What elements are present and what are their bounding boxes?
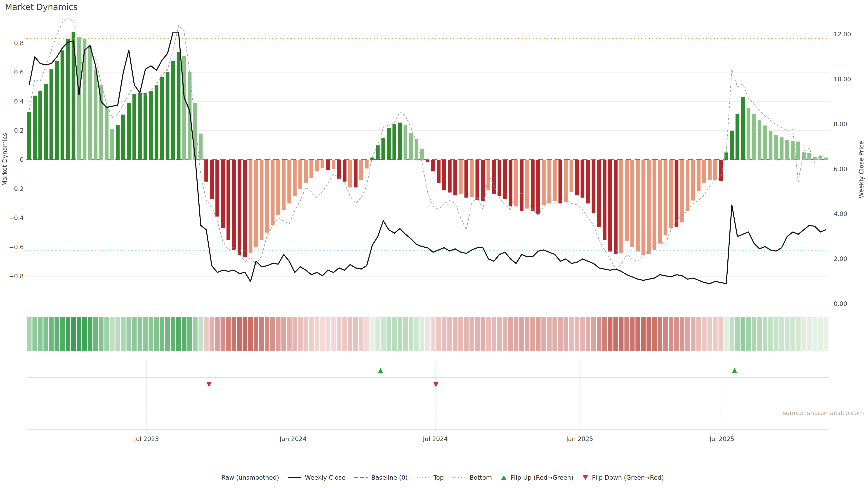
- dynamics-bar: [232, 160, 236, 250]
- dynamics-bar: [221, 160, 225, 228]
- right-axis-tick: 2.00: [834, 255, 847, 262]
- dynamics-bar: [653, 160, 656, 250]
- dynamics-bar: [61, 51, 64, 160]
- bottom-line-swatch-icon: [452, 475, 466, 480]
- heatmap-cell: [636, 317, 640, 351]
- legend-item-flip-up: Flip Up (Red→Green): [500, 474, 574, 481]
- heatmap-cell: [796, 317, 801, 351]
- heatmap-cell: [630, 317, 635, 351]
- heatmap-cell: [597, 317, 601, 351]
- heatmap-cell: [259, 317, 264, 351]
- heatmap-cell: [93, 317, 98, 351]
- heatmap-cell: [779, 317, 784, 351]
- heatmap-cell: [254, 317, 258, 351]
- heatmap-cell: [730, 317, 734, 351]
- dynamics-bar: [542, 160, 546, 205]
- x-axis-tick: Jul 2023: [133, 435, 159, 442]
- heatmap-cell: [691, 317, 695, 351]
- dynamics-bar: [548, 160, 551, 203]
- dynamics-bar: [763, 125, 767, 160]
- dynamics-bar: [254, 160, 258, 247]
- heatmap-cell: [27, 317, 32, 351]
- dynamics-bar: [664, 160, 668, 235]
- dynamics-bar: [282, 160, 286, 210]
- dynamics-bar: [332, 160, 336, 169]
- dynamics-bar: [680, 160, 684, 222]
- heatmap-cell: [381, 317, 385, 351]
- heatmap-cell: [763, 317, 767, 351]
- dynamics-bar: [658, 160, 662, 243]
- heatmap-cell: [331, 317, 336, 351]
- legend-label: Baseline (0): [371, 474, 408, 481]
- dynamics-bar: [149, 91, 153, 160]
- dynamics-bar: [177, 52, 181, 160]
- heatmap-cell: [757, 317, 762, 351]
- dynamics-bar: [414, 139, 418, 160]
- heatmap-cell: [71, 317, 76, 351]
- legend-item-baseline: Baseline (0): [354, 474, 408, 481]
- top-line-swatch-icon: [416, 475, 430, 480]
- flip-down-marker-icon: [206, 382, 212, 387]
- heatmap-cell: [818, 317, 823, 351]
- dynamics-bar: [188, 72, 192, 160]
- dynamics-bar: [807, 153, 811, 160]
- dynamics-bar: [182, 56, 186, 160]
- market-dynamics-chart: 0.80.60.40.20−0.2−0.4−0.6−0.812.0010.008…: [0, 0, 868, 488]
- dynamics-bar: [553, 160, 557, 201]
- heatmap-cell: [420, 317, 425, 351]
- heatmap-cell: [170, 317, 176, 351]
- dynamics-bar: [144, 93, 147, 160]
- dynamics-bar: [597, 160, 601, 227]
- dynamics-bar: [470, 160, 474, 197]
- heatmap-cell: [813, 317, 817, 351]
- heatmap-cell: [398, 317, 402, 351]
- dynamics-bar: [44, 84, 48, 160]
- heatmap-cell: [569, 317, 574, 351]
- heatmap-cell: [503, 317, 507, 351]
- heatmap-cell: [624, 317, 629, 351]
- dynamics-bar: [132, 94, 136, 160]
- dynamics-bar: [55, 61, 59, 160]
- heatmap-cell: [232, 317, 237, 351]
- heatmap-cell: [785, 317, 789, 351]
- right-axis-tick: 10.00: [834, 76, 851, 83]
- heatmap-cell: [414, 317, 419, 351]
- heatmap-cell: [55, 317, 59, 351]
- heatmap-cell: [741, 317, 745, 351]
- heatmap-cell: [137, 317, 142, 351]
- heatmap-cell: [519, 317, 524, 351]
- heatmap-cell: [464, 317, 469, 351]
- heatmap-cell: [724, 317, 729, 351]
- heatmap-cell: [270, 317, 275, 351]
- baseline-swatch-icon: [354, 475, 368, 480]
- dynamics-bar: [249, 160, 252, 253]
- heatmap-cell: [591, 317, 596, 351]
- left-axis-tick: 0.8: [14, 39, 24, 46]
- heatmap-cell: [210, 317, 214, 351]
- left-axis-tick: 0.6: [14, 69, 24, 76]
- heatmap-cell: [541, 317, 546, 351]
- heatmap-cell: [292, 317, 297, 351]
- dynamics-bar: [448, 160, 452, 193]
- heatmap-cell: [43, 317, 48, 351]
- dynamics-bar: [403, 125, 407, 160]
- dynamics-bar: [769, 131, 773, 160]
- dynamics-bar: [475, 160, 479, 200]
- heatmap-cell: [132, 317, 137, 351]
- left-axis-tick: 0.2: [14, 127, 24, 134]
- dynamics-bar: [774, 135, 778, 160]
- dynamics-bar: [298, 160, 302, 189]
- heatmap-cell: [508, 317, 513, 351]
- heatmap-cell: [475, 317, 480, 351]
- dynamics-bar: [138, 93, 142, 160]
- heatmap-cell: [110, 317, 115, 351]
- right-axis-tick: 6.00: [834, 166, 847, 173]
- heatmap-cell: [281, 317, 286, 351]
- dynamics-bar: [160, 76, 164, 160]
- flip-down-marker-icon: [433, 382, 438, 387]
- heatmap-cell: [276, 317, 281, 351]
- heatmap-cell: [436, 317, 441, 351]
- heatmap-cell: [348, 317, 352, 351]
- heatmap-cell: [807, 317, 812, 351]
- dynamics-bar: [454, 160, 457, 195]
